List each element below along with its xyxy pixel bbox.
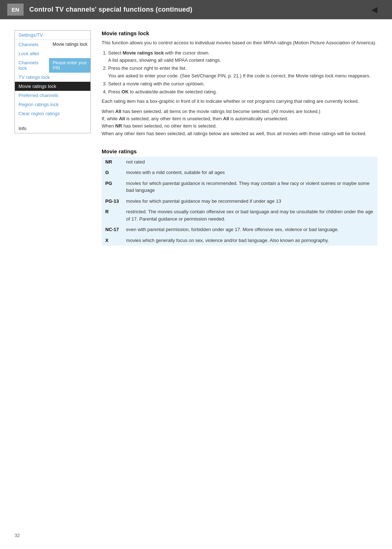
- ratings-table: NRnot ratedGmovies with a mild content, …: [102, 157, 377, 246]
- menu-spacer: [15, 118, 90, 122]
- menu-item-lock-after[interactable]: Lock after: [15, 49, 90, 58]
- step-2: Press the cursor right to enter the list…: [108, 65, 377, 79]
- rating-code: PG: [102, 178, 123, 196]
- rating-code: R: [102, 206, 123, 224]
- rating-desc: restricted. The movies usually contain o…: [123, 206, 377, 224]
- movie-ratings-section: Movie ratings NRnot ratedGmovies with a …: [102, 148, 377, 246]
- step4-plain: Press: [108, 89, 122, 94]
- header-bar: EN Control TV channels' special function…: [0, 0, 392, 19]
- table-row: NC-17even with parental permission, forb…: [102, 224, 377, 235]
- rating-desc: even with parental permission, forbidden…: [123, 224, 377, 235]
- rating-desc: movies which generally focus on sex, vio…: [123, 235, 377, 246]
- movie-ratings-lock-title: Movie ratings lock: [102, 30, 377, 36]
- rating-code: G: [102, 167, 123, 178]
- rating-desc: movies with a mild content, suitable for…: [123, 167, 377, 178]
- page-title: Control TV channels' special functions (…: [29, 6, 192, 13]
- step3-text: Select a movie rating with the cursor up…: [108, 81, 205, 86]
- menu-item-region-ratings-lock[interactable]: Region ratings lock: [15, 100, 90, 109]
- menu-item-channels-lock[interactable]: Channels lock: [15, 58, 48, 73]
- table-row: NRnot rated: [102, 157, 377, 167]
- step1-plain: Select: [108, 50, 123, 56]
- left-panel: Settings/TV Channels Movie ratings lock …: [15, 30, 91, 246]
- pin-line1: Please enter your: [53, 60, 87, 65]
- menu-header: Settings/TV: [15, 31, 90, 40]
- rating-desc: not rated: [123, 157, 377, 167]
- movie-ratings-title: Movie ratings: [102, 148, 377, 154]
- menu-item-movie-ratings-lock[interactable]: Movie ratings lock: [15, 82, 90, 91]
- menu-box: Settings/TV Channels Movie ratings lock …: [15, 30, 91, 133]
- channels-value: Movie ratings lock: [50, 40, 90, 49]
- channels-lock-row: Channels lock Please enter your PIN: [15, 58, 90, 73]
- rating-code: NC-17: [102, 224, 123, 235]
- rating-code: PG-13: [102, 196, 123, 207]
- step2-text: Press the cursor right to enter the list…: [108, 65, 371, 78]
- table-row: Gmovies with a mild content, suitable fo…: [102, 167, 377, 178]
- main-content: Settings/TV Channels Movie ratings lock …: [0, 19, 392, 257]
- menu-item-info[interactable]: Info: [15, 124, 90, 133]
- language-label: EN: [7, 4, 24, 16]
- para3: When All has been selected, all items on…: [102, 108, 377, 137]
- movie-ratings-lock-para1: This function allows you to control acce…: [102, 39, 377, 47]
- channels-row: Channels Movie ratings lock: [15, 40, 90, 49]
- movie-ratings-lock-section: Movie ratings lock This function allows …: [102, 30, 377, 137]
- para2: Each rating item has a box-graphic in fr…: [102, 98, 377, 105]
- table-row: PGmovies for which parental guidance is …: [102, 178, 377, 196]
- step-4: Press OK to activate/de-activate the sel…: [108, 88, 377, 96]
- step1-bold: Movie ratings lock: [123, 50, 164, 56]
- rating-desc: movies for which parental guidance is re…: [123, 178, 377, 196]
- steps-list: Select Movie ratings lock with the curso…: [108, 49, 377, 96]
- menu-item-channels[interactable]: Channels: [15, 40, 50, 49]
- pin-popup: Please enter your PIN: [49, 58, 90, 73]
- rating-desc: movies for which parental guidance may b…: [123, 196, 377, 207]
- table-row: Rrestricted. The movies usually contain …: [102, 206, 377, 224]
- step4-after: to activate/de-activate the selected rat…: [128, 89, 217, 94]
- back-icon[interactable]: ◀: [371, 5, 377, 15]
- menu-item-preferred-channels[interactable]: Preferred channels: [15, 91, 90, 100]
- step4-bold: OK: [122, 89, 129, 94]
- menu-item-tv-ratings-lock[interactable]: TV ratings lock: [15, 73, 90, 82]
- rating-code: X: [102, 235, 123, 246]
- step-3: Select a movie rating with the cursor up…: [108, 80, 377, 88]
- menu-item-clear-region-ratings[interactable]: Clear region ratings: [15, 109, 90, 118]
- table-row: PG-13movies for which parental guidance …: [102, 196, 377, 207]
- table-row: Xmovies which generally focus on sex, vi…: [102, 235, 377, 246]
- right-panel: Movie ratings lock This function allows …: [102, 30, 377, 246]
- pin-line2: PIN: [53, 65, 87, 70]
- page-number: 32: [15, 533, 20, 538]
- step-1: Select Movie ratings lock with the curso…: [108, 49, 377, 64]
- rating-code: NR: [102, 157, 123, 167]
